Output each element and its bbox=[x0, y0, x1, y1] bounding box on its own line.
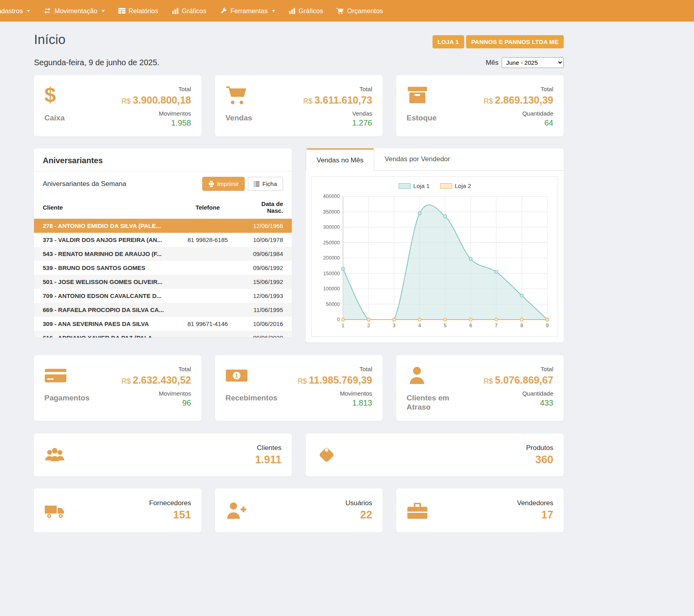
truck-icon bbox=[44, 502, 65, 519]
table-row[interactable]: 501 - JOSE WELISSON GOMES OLIVEIR...15/0… bbox=[34, 275, 292, 289]
svg-text:2: 2 bbox=[367, 323, 370, 328]
print-button[interactable]: Imprimir bbox=[202, 177, 245, 191]
store-badges: LOJA 1 PANNOS E PANNOS LTDA ME bbox=[433, 35, 564, 48]
nav-item-ferramentas[interactable]: Ferramentas bbox=[213, 0, 282, 22]
panel-title: Aniversariantes bbox=[34, 148, 292, 172]
bar-chart-icon bbox=[172, 8, 179, 14]
person-icon bbox=[407, 366, 427, 385]
counter-label: Fornecedores bbox=[149, 499, 191, 507]
table-icon bbox=[118, 8, 126, 14]
briefcase-icon bbox=[407, 501, 428, 520]
counter-value: 22 bbox=[345, 509, 372, 521]
svg-text:3: 3 bbox=[393, 323, 395, 328]
table-row[interactable]: 309 - ANA SEVERINA PAES DA SILVA81 99671… bbox=[34, 317, 292, 331]
table-header-row: Cliente Telefone Data de Nasc. bbox=[34, 196, 292, 219]
chevron-down-icon bbox=[272, 10, 275, 12]
svg-text:200000: 200000 bbox=[323, 255, 340, 261]
nav-item-relatorios[interactable]: Relatórios bbox=[112, 0, 165, 22]
svg-text:0: 0 bbox=[337, 317, 340, 322]
ficha-button[interactable]: Ficha bbox=[248, 177, 283, 191]
table-row[interactable]: 278 - ANTONIO EMIDIO DA SILVA (PALE...12… bbox=[34, 219, 292, 233]
nav-item-label: Cadastros bbox=[0, 7, 23, 15]
birthdays-table-wrap[interactable]: Cliente Telefone Data de Nasc. 278 - ANT… bbox=[34, 196, 292, 338]
chart-box: Loja 1 Loja 2 05000010000015000020000025… bbox=[311, 176, 558, 337]
sub-value: 1.958 bbox=[122, 118, 191, 128]
nav-item-label: Gráficos bbox=[299, 7, 323, 15]
col-cliente: Cliente bbox=[34, 196, 175, 219]
tag-icon bbox=[316, 444, 337, 465]
tab-vendas-por-vendedor[interactable]: Vendas por Vendedor bbox=[374, 148, 461, 170]
sub-value: 96 bbox=[122, 398, 191, 408]
total-value: R$5.076.869,67 bbox=[484, 374, 553, 386]
svg-text:1: 1 bbox=[235, 372, 238, 379]
card-label: Vendas bbox=[225, 114, 252, 123]
birthdays-table: Cliente Telefone Data de Nasc. 278 - ANT… bbox=[34, 196, 292, 338]
store-badge[interactable]: LOJA 1 bbox=[433, 35, 464, 48]
swap-arrows-icon bbox=[44, 8, 51, 14]
table-row[interactable]: 373 - VALDIR DOS ANJOS PEREIRA (AN...81 … bbox=[34, 233, 292, 247]
estoque-card: Estoque Total R$2.869.130,39 Quantidade … bbox=[396, 75, 564, 136]
month-select[interactable]: June - 2025 bbox=[502, 57, 564, 68]
tab-vendas-no-mes[interactable]: Vendas no Mês bbox=[306, 148, 374, 171]
top-navbar: Cadastros Movimentação Relatórios Gráfic… bbox=[0, 0, 694, 22]
legend-label: Loja 1 bbox=[413, 182, 430, 189]
svg-text:150000: 150000 bbox=[323, 271, 340, 276]
panel-subtitle: Aniversariantes da Semana bbox=[43, 180, 126, 188]
counter-label: Produtos bbox=[526, 444, 553, 452]
total-label: Total bbox=[297, 366, 372, 372]
card-label: Caixa bbox=[44, 114, 65, 123]
sales-panel: Vendas no Mês Vendas por Vendedor Loja 1… bbox=[306, 148, 564, 342]
nav-item-cadastros[interactable]: Cadastros bbox=[0, 0, 37, 22]
wrench-icon bbox=[220, 7, 227, 14]
table-row[interactable]: 539 - BRUNO DOS SANTOS GOMES09/06/1992 bbox=[34, 261, 292, 275]
nav-item-orcamentos[interactable]: Orçamentos bbox=[330, 0, 390, 22]
vendedores-card: Vendedores 17 bbox=[396, 488, 564, 532]
svg-text:350000: 350000 bbox=[323, 209, 340, 215]
total-value: R$2.632.430,52 bbox=[122, 374, 191, 386]
total-label: Total bbox=[484, 366, 553, 372]
svg-text:7: 7 bbox=[495, 323, 498, 328]
svg-text:400000: 400000 bbox=[323, 194, 340, 199]
nav-item-graficos-2[interactable]: Gráficos bbox=[282, 0, 330, 22]
counter-value: 151 bbox=[149, 509, 191, 521]
caixa-card: $ Caixa Total R$3.900.800,18 Movimentos … bbox=[34, 75, 201, 136]
total-label: Total bbox=[122, 366, 191, 372]
shopping-cart-icon bbox=[337, 8, 344, 14]
table-row[interactable]: 616 - ADRIANO XAVIER DA PAZ (PALA...09/0… bbox=[34, 331, 292, 338]
legend-swatch-loja2 bbox=[440, 183, 452, 189]
svg-text:300000: 300000 bbox=[323, 224, 340, 230]
counter-label: Vendedores bbox=[517, 499, 553, 507]
company-badge[interactable]: PANNOS E PANNOS LTDA ME bbox=[466, 35, 564, 48]
table-row[interactable]: 709 - ANTONIO EDSON CAVALCANTE D...12/06… bbox=[34, 289, 292, 303]
svg-text:5: 5 bbox=[444, 323, 447, 328]
credit-card-icon bbox=[44, 366, 67, 385]
svg-text:6: 6 bbox=[469, 323, 472, 328]
table-row[interactable]: 543 - RENATO MARINHO DE ARAUJO (F...09/0… bbox=[34, 247, 292, 261]
chart-legend: Loja 1 Loja 2 bbox=[315, 182, 554, 189]
vendas-card: Vendas Total R$3.611.610,73 Vendas 1.276 bbox=[215, 75, 383, 136]
nav-item-label: Orçamentos bbox=[347, 7, 383, 15]
counter-value: 17 bbox=[517, 509, 553, 521]
nav-item-graficos-1[interactable]: Gráficos bbox=[165, 0, 213, 22]
counter-label: Clientes bbox=[255, 444, 281, 452]
user-plus-icon bbox=[225, 501, 247, 520]
table-row[interactable]: 669 - RAFAELA PROCOPIO DA SILVA CA...11/… bbox=[34, 303, 292, 317]
current-date: Segunda-feira, 9 de junho de 2025. bbox=[34, 58, 160, 67]
total-value: R$11.985.769,39 bbox=[297, 374, 372, 386]
card-label: Pagamentos bbox=[44, 394, 90, 403]
sub-label: Quantidade bbox=[484, 110, 553, 117]
sales-chart: 0500001000001500002000002500003000003500… bbox=[315, 192, 553, 332]
money-bill-icon: 1 bbox=[225, 366, 248, 385]
dollar-icon: $ bbox=[44, 86, 56, 104]
sub-label: Vendas bbox=[303, 110, 372, 117]
sub-label: Movimentos bbox=[297, 390, 372, 397]
usuarios-card: Usuários 22 bbox=[215, 488, 383, 532]
svg-text:4: 4 bbox=[418, 323, 421, 328]
nav-item-movimentacao[interactable]: Movimentação bbox=[37, 0, 111, 22]
fornecedores-card: Fornecedores 151 bbox=[34, 488, 201, 532]
sub-value: 64 bbox=[484, 118, 553, 128]
svg-text:50000: 50000 bbox=[326, 302, 340, 307]
svg-text:1: 1 bbox=[342, 323, 345, 328]
shopping-cart-icon bbox=[225, 86, 247, 105]
month-label: Mês bbox=[486, 59, 499, 67]
